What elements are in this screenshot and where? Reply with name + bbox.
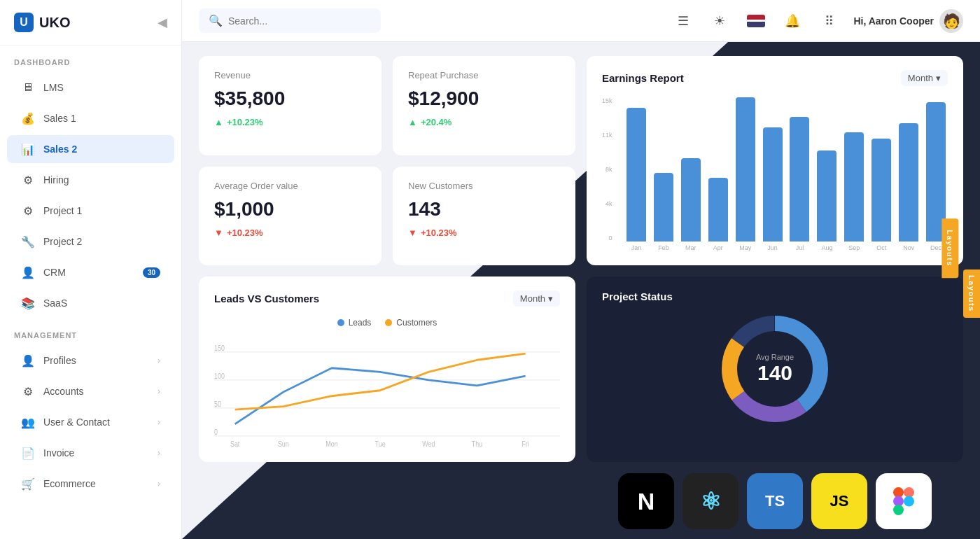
legend-leads: Leads — [337, 318, 372, 328]
sidebar-item-project1[interactable]: ⚙ Project 1 — [7, 197, 174, 225]
logo-mark: U — [14, 13, 34, 32]
sidebar-item-saas[interactable]: 📚 SaaS — [7, 289, 174, 317]
sales2-icon: 📊 — [21, 142, 35, 156]
svg-point-24 — [904, 496, 914, 507]
sidebar-item-crm[interactable]: 👤 CRM 30 — [7, 258, 174, 286]
sidebar-label-crm: CRM — [43, 267, 66, 278]
management-section-label: MANAGEMENT — [0, 318, 181, 345]
bar-may[interactable] — [736, 97, 755, 241]
bar-sep[interactable] — [844, 132, 864, 241]
ecommerce-chevron: › — [158, 479, 160, 489]
bar-group-apr — [706, 97, 730, 241]
sidebar-label-sales2: Sales 2 — [43, 144, 77, 155]
leads-period-selector[interactable]: Month ▾ — [513, 290, 560, 307]
logo: U UKO — [14, 13, 70, 32]
sidebar-label-ecommerce: Ecommerce — [43, 478, 96, 489]
ecommerce-icon: 🛒 — [21, 477, 35, 491]
sidebar-item-profiles[interactable]: 👤 Profiles › — [7, 346, 174, 374]
bar-mar[interactable] — [681, 158, 701, 241]
sidebar-logo: U UKO ◀ — [0, 0, 181, 46]
earnings-period-selector[interactable]: Month ▾ — [901, 70, 948, 86]
donut-center-text: Avg Range 140 — [756, 353, 794, 385]
language-flag-button[interactable] — [744, 9, 768, 33]
sidebar-item-accounts[interactable]: ⚙ Accounts › — [7, 377, 174, 405]
bar-jul[interactable] — [790, 117, 809, 241]
legend-customers-dot — [385, 319, 392, 326]
header-actions: ☰ ☀ 🔔 ⠿ Hi, Aaron Cooper 🧑 — [671, 9, 963, 33]
user-contact-chevron: › — [158, 417, 160, 427]
logo-name: UKO — [39, 15, 70, 31]
notifications-button[interactable]: 🔔 — [780, 9, 804, 33]
sidebar-item-hiring[interactable]: ⚙ Hiring — [7, 166, 174, 194]
svg-rect-23 — [893, 505, 904, 515]
y-label-11k: 11k — [602, 132, 612, 139]
bar-jan[interactable] — [626, 108, 646, 241]
bar-group-aug — [815, 97, 839, 241]
donut-chart: Avg Range 140 — [715, 309, 834, 428]
project1-icon: ⚙ — [21, 204, 35, 218]
user-info[interactable]: Hi, Aaron Cooper 🧑 — [853, 9, 963, 33]
sidebar-item-sales1[interactable]: 💰 Sales 1 — [7, 104, 174, 132]
search-bar[interactable]: 🔍 — [199, 8, 381, 33]
invoice-icon: 📄 — [21, 446, 35, 460]
sales1-icon: 💰 — [21, 111, 35, 125]
sidebar-item-lms[interactable]: 🖥 LMS — [7, 74, 174, 102]
sidebar-item-sales2[interactable]: 📊 Sales 2 — [7, 135, 174, 163]
new-customers-label: New Customers — [408, 181, 560, 191]
revenue-change-value: +10.23% — [227, 117, 263, 127]
x-label-sep: Sep — [842, 244, 866, 251]
stat-card-new-customers: New Customers 143 ▼ +10.23% — [393, 167, 575, 266]
new-customers-value: 143 — [408, 198, 560, 220]
sidebar-item-ecommerce[interactable]: 🛒 Ecommerce › — [7, 470, 174, 498]
sidebar-item-invoice[interactable]: 📄 Invoice › — [7, 439, 174, 467]
svg-text:Fri: Fri — [522, 440, 528, 448]
apps-grid-button[interactable]: ⠿ — [817, 9, 841, 33]
bar-nov[interactable] — [899, 123, 918, 241]
bar-oct[interactable] — [872, 139, 891, 241]
bar-aug[interactable] — [817, 150, 836, 241]
stat-card-avg-order: Average Order value $1,000 ▼ +10.23% — [199, 167, 382, 266]
svg-text:Mon: Mon — [326, 440, 337, 448]
figma-svg — [893, 487, 914, 515]
dashboard-section-label: DASHBOARD — [0, 46, 181, 72]
svg-text:150: 150 — [214, 344, 225, 352]
layouts-tab[interactable]: Layouts — [942, 218, 959, 278]
tech-logo-figma — [876, 473, 932, 529]
bar-group-nov — [897, 97, 920, 241]
x-label-jul: Jul — [788, 244, 812, 251]
y-label-15k: 15k — [602, 97, 612, 104]
chart-legend: Leads Customers — [214, 318, 560, 328]
header: 🔍 ☰ ☀ 🔔 ⠿ Hi, Aaron Cooper 🧑 — [182, 0, 980, 42]
svg-text:Thu: Thu — [472, 440, 482, 448]
lms-icon: 🖥 — [21, 80, 35, 94]
legend-leads-dot — [337, 319, 344, 326]
layouts-tab-label[interactable]: Layouts — [963, 270, 980, 318]
bar-feb[interactable] — [654, 173, 673, 241]
avg-order-change-value: +10.23% — [227, 227, 263, 238]
sidebar-label-invoice: Invoice — [43, 447, 74, 458]
x-label-jan: Jan — [624, 244, 648, 251]
avg-order-label: Average Order value — [214, 181, 366, 191]
bar-chart-area — [624, 97, 948, 241]
x-label-oct: Oct — [869, 244, 893, 251]
sidebar-item-project2[interactable]: 🔧 Project 2 — [7, 227, 174, 255]
revenue-value: $35,800 — [214, 88, 366, 110]
theme-toggle-button[interactable]: ☀ — [708, 9, 732, 33]
bar-jun[interactable] — [763, 127, 783, 241]
repeat-purchase-value: $12,900 — [408, 88, 560, 110]
sidebar-item-user-contact[interactable]: 👥 User & Contact › — [7, 408, 174, 436]
collapse-sidebar-button[interactable]: ◀ — [158, 15, 167, 30]
legend-leads-label: Leads — [349, 318, 372, 328]
bar-apr[interactable] — [708, 178, 728, 241]
y-label-0: 0 — [609, 234, 612, 241]
tech-logo-next: N — [618, 473, 674, 529]
svg-text:Sat: Sat — [230, 440, 240, 448]
layouts-side-tab[interactable]: Layouts — [963, 270, 980, 318]
sidebar: U UKO ◀ DASHBOARD 🖥 LMS 💰 Sales 1 📊 Sale… — [0, 0, 182, 539]
y-label-8k: 8k — [606, 166, 612, 173]
menu-lines-button[interactable]: ☰ — [671, 9, 695, 33]
down-arrow-icon: ▼ — [214, 227, 223, 238]
search-input[interactable] — [228, 15, 371, 27]
project-status-card: Project Status Avg Range 140 — [587, 276, 963, 462]
sidebar-label-project1: Project 1 — [43, 205, 82, 216]
